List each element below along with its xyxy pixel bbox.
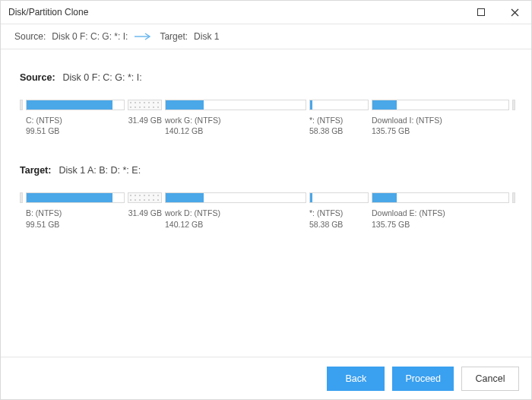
cancel-button[interactable]: Cancel bbox=[461, 367, 519, 391]
partition[interactable]: work G: (NTFS) 140.12 GB bbox=[165, 100, 306, 136]
partition-name: *: (NTFS) bbox=[309, 115, 369, 125]
partition[interactable]: C: (NTFS) 99.51 GB bbox=[26, 100, 125, 136]
resize-handle[interactable] bbox=[20, 192, 23, 203]
partition-name: *: (NTFS) bbox=[309, 208, 369, 218]
resize-handle[interactable] bbox=[20, 100, 23, 110]
summary-source-value: Disk 0 F: C: G: *: I: bbox=[52, 31, 128, 42]
partition-size: 140.12 GB bbox=[165, 125, 306, 136]
partition[interactable]: Download I: (NTFS) 135.75 GB bbox=[372, 100, 509, 136]
target-section: Target: Disk 1 A: B: D: *: E: B: (NTFS) … bbox=[20, 165, 518, 229]
partition-unallocated[interactable]: 31.49 GB bbox=[128, 100, 162, 125]
source-label: Source: bbox=[20, 72, 55, 83]
summary-source-label: Source: bbox=[14, 31, 46, 42]
source-disk-name: Disk 0 F: C: G: *: I: bbox=[63, 72, 142, 83]
maximize-icon bbox=[477, 8, 485, 16]
back-button[interactable]: Back bbox=[327, 367, 385, 391]
partition-size: 135.75 GB bbox=[372, 219, 509, 230]
content: Source: Disk 0 F: C: G: *: I: C: (NTFS) … bbox=[1, 49, 531, 357]
partition-size: 135.75 GB bbox=[372, 125, 509, 136]
target-disk-name: Disk 1 A: B: D: *: E: bbox=[59, 165, 141, 176]
partition-name: work D: (NTFS) bbox=[165, 208, 306, 218]
partition-name: C: (NTFS) bbox=[26, 115, 125, 125]
partition-size: 58.38 GB bbox=[309, 125, 369, 136]
resize-handle[interactable] bbox=[512, 192, 515, 203]
source-heading: Source: Disk 0 F: C: G: *: I: bbox=[20, 72, 518, 83]
partition-size: 31.49 GB bbox=[128, 115, 162, 125]
titlebar: Disk/Partition Clone bbox=[1, 1, 531, 24]
partition[interactable]: work D: (NTFS) 140.12 GB bbox=[165, 192, 306, 229]
summary-bar: Source: Disk 0 F: C: G: *: I: Target: Di… bbox=[1, 24, 531, 49]
proceed-button[interactable]: Proceed bbox=[392, 367, 454, 391]
close-icon bbox=[511, 8, 519, 17]
partition-name: Download E: (NTFS) bbox=[372, 208, 509, 218]
close-button[interactable] bbox=[498, 1, 531, 24]
footer: Back Proceed Cancel bbox=[1, 357, 531, 399]
arrow-right-icon bbox=[134, 33, 154, 40]
source-section: Source: Disk 0 F: C: G: *: I: C: (NTFS) … bbox=[20, 72, 518, 136]
target-heading: Target: Disk 1 A: B: D: *: E: bbox=[20, 165, 518, 176]
partition-unallocated[interactable]: 31.49 GB bbox=[128, 192, 162, 218]
partition-name: B: (NTFS) bbox=[26, 208, 125, 218]
target-disk-bar: B: (NTFS) 99.51 GB 31.49 GB work D: (NTF… bbox=[20, 192, 518, 229]
resize-handle[interactable] bbox=[512, 100, 515, 110]
partition-size: 31.49 GB bbox=[128, 208, 162, 218]
target-label: Target: bbox=[20, 165, 51, 176]
partition-name: Download I: (NTFS) bbox=[372, 115, 509, 125]
partition[interactable]: Download E: (NTFS) 135.75 GB bbox=[372, 192, 509, 229]
maximize-button[interactable] bbox=[464, 1, 498, 24]
partition-size: 140.12 GB bbox=[165, 219, 306, 230]
summary-target-value: Disk 1 bbox=[194, 31, 219, 42]
partition[interactable]: *: (NTFS) 58.38 GB bbox=[309, 192, 369, 229]
partition-name: work G: (NTFS) bbox=[165, 115, 306, 125]
summary-target-label: Target: bbox=[160, 31, 188, 42]
source-disk-bar: C: (NTFS) 99.51 GB 31.49 GB work G: (NTF… bbox=[20, 100, 518, 136]
window-title: Disk/Partition Clone bbox=[8, 7, 88, 17]
partition-size: 58.38 GB bbox=[309, 219, 369, 230]
partition-size: 99.51 GB bbox=[26, 219, 125, 230]
partition[interactable]: B: (NTFS) 99.51 GB bbox=[26, 192, 125, 229]
partition[interactable]: *: (NTFS) 58.38 GB bbox=[309, 100, 369, 136]
svg-rect-0 bbox=[478, 9, 485, 16]
partition-size: 99.51 GB bbox=[26, 125, 125, 136]
window: Disk/Partition Clone Source: Disk 0 F: C… bbox=[0, 0, 532, 400]
window-controls bbox=[464, 1, 531, 24]
